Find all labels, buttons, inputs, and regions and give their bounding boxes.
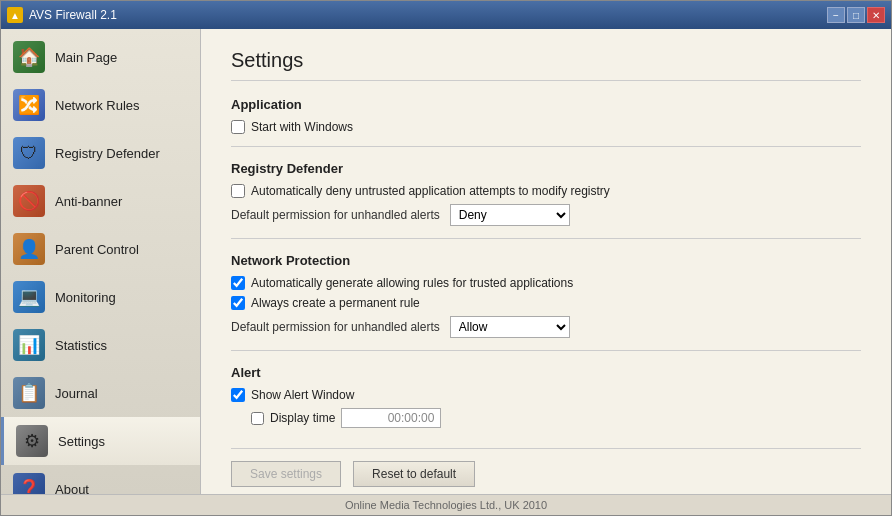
display-time-label: Display time [270,411,335,425]
settings-icon: ⚙ [16,425,48,457]
divider-2 [231,238,861,239]
sidebar-label-network-rules: Network Rules [55,98,140,113]
show-alert-window-row: Show Alert Window [231,388,861,402]
always-create-rule-checkbox[interactable] [231,296,245,310]
reset-to-default-button[interactable]: Reset to default [353,461,475,487]
auto-deny-checkbox[interactable] [231,184,245,198]
window-title: AVS Firewall 2.1 [29,8,117,22]
sidebar-item-network-rules[interactable]: 🔀 Network Rules [1,81,200,129]
sidebar-label-journal: Journal [55,386,98,401]
registry-defender-section-title: Registry Defender [231,161,861,176]
main-page-icon: 🏠 [13,41,45,73]
sidebar: 🏠 Main Page 🔀 Network Rules 🛡 Registry D… [1,29,201,494]
network-default-permission-select[interactable]: Allow Deny Ask [450,316,570,338]
alert-section-title: Alert [231,365,861,380]
network-protection-section-title: Network Protection [231,253,861,268]
start-with-windows-label: Start with Windows [251,120,353,134]
divider-3 [231,350,861,351]
titlebar-left: ▲ AVS Firewall 2.1 [7,7,117,23]
sidebar-item-monitoring[interactable]: 💻 Monitoring [1,273,200,321]
network-default-permission-label: Default permission for unhandled alerts [231,320,440,334]
window-controls: − □ ✕ [827,7,885,23]
show-alert-window-checkbox[interactable] [231,388,245,402]
always-create-rule-label: Always create a permanent rule [251,296,420,310]
divider-1 [231,146,861,147]
sidebar-item-settings[interactable]: ⚙ Settings [1,417,200,465]
titlebar: ▲ AVS Firewall 2.1 − □ ✕ [1,1,891,29]
start-with-windows-row: Start with Windows [231,120,861,134]
sidebar-label-parent-control: Parent Control [55,242,139,257]
auto-generate-row: Automatically generate allowing rules fo… [231,276,861,290]
sidebar-item-main-page[interactable]: 🏠 Main Page [1,33,200,81]
auto-generate-label: Automatically generate allowing rules fo… [251,276,573,290]
application-section-title: Application [231,97,861,112]
registry-defender-icon: 🛡 [13,137,45,169]
sidebar-item-journal[interactable]: 📋 Journal [1,369,200,417]
display-time-input[interactable] [341,408,441,428]
sidebar-label-settings: Settings [58,434,105,449]
maximize-button[interactable]: □ [847,7,865,23]
display-time-row: Display time [251,408,861,428]
footer-bar: Online Media Technologies Ltd., UK 2010 [1,494,891,515]
sidebar-label-statistics: Statistics [55,338,107,353]
sidebar-label-about: About [55,482,89,495]
footer-text: Online Media Technologies Ltd., UK 2010 [345,499,547,511]
auto-deny-label: Automatically deny untrusted application… [251,184,610,198]
about-icon: ❓ [13,473,45,494]
registry-default-permission-select[interactable]: Deny Allow Ask [450,204,570,226]
network-rules-icon: 🔀 [13,89,45,121]
footer-buttons: Save settings Reset to default [231,448,861,487]
main-window: ▲ AVS Firewall 2.1 − □ ✕ 🏠 Main Page 🔀 N… [0,0,892,516]
sidebar-item-anti-banner[interactable]: 🚫 Anti-banner [1,177,200,225]
journal-icon: 📋 [13,377,45,409]
anti-banner-icon: 🚫 [13,185,45,217]
monitoring-icon: 💻 [13,281,45,313]
sidebar-label-anti-banner: Anti-banner [55,194,122,209]
app-icon: ▲ [7,7,23,23]
save-settings-button[interactable]: Save settings [231,461,341,487]
always-create-rule-row: Always create a permanent rule [231,296,861,310]
sidebar-item-about[interactable]: ❓ About [1,465,200,494]
display-time-checkbox[interactable] [251,412,264,425]
sidebar-item-parent-control[interactable]: 👤 Parent Control [1,225,200,273]
start-with-windows-checkbox[interactable] [231,120,245,134]
alert-section: Show Alert Window Display time [231,388,861,428]
sidebar-label-main-page: Main Page [55,50,117,65]
content-area: 🏠 Main Page 🔀 Network Rules 🛡 Registry D… [1,29,891,494]
parent-control-icon: 👤 [13,233,45,265]
registry-default-permission-row: Default permission for unhandled alerts … [231,204,861,226]
page-title: Settings [231,49,861,81]
registry-default-permission-label: Default permission for unhandled alerts [231,208,440,222]
sidebar-item-statistics[interactable]: 📊 Statistics [1,321,200,369]
sidebar-label-registry-defender: Registry Defender [55,146,160,161]
statistics-icon: 📊 [13,329,45,361]
auto-generate-checkbox[interactable] [231,276,245,290]
show-alert-window-label: Show Alert Window [251,388,354,402]
minimize-button[interactable]: − [827,7,845,23]
sidebar-label-monitoring: Monitoring [55,290,116,305]
auto-deny-row: Automatically deny untrusted application… [231,184,861,198]
close-button[interactable]: ✕ [867,7,885,23]
main-panel: Settings Application Start with Windows … [201,29,891,494]
network-default-permission-row: Default permission for unhandled alerts … [231,316,861,338]
sidebar-item-registry-defender[interactable]: 🛡 Registry Defender [1,129,200,177]
